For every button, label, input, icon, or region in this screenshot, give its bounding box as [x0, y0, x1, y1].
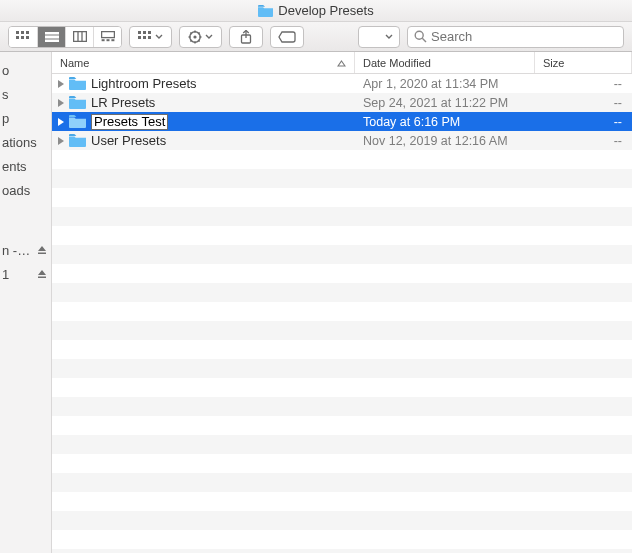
column-size[interactable]: Size — [535, 52, 632, 73]
empty-row — [52, 264, 632, 283]
file-name: User Presets — [91, 133, 166, 148]
svg-rect-17 — [143, 31, 146, 34]
file-list[interactable]: Lightroom PresetsApr 1, 2020 at 11:34 PM… — [52, 74, 632, 553]
empty-row — [52, 435, 632, 454]
eject-icon[interactable] — [37, 267, 47, 282]
svg-rect-2 — [26, 31, 29, 34]
empty-row — [52, 169, 632, 188]
svg-point-34 — [415, 31, 423, 39]
view-columns-button[interactable] — [65, 27, 93, 47]
sidebar-device[interactable]: n -… — [0, 238, 51, 262]
file-name: Lightroom Presets — [91, 76, 197, 91]
svg-rect-6 — [45, 32, 59, 34]
share-button[interactable] — [229, 26, 263, 48]
disclosure-triangle-icon[interactable] — [58, 118, 64, 126]
svg-rect-3 — [16, 36, 19, 39]
empty-row — [52, 511, 632, 530]
sidebar-item[interactable]: oads — [0, 178, 51, 202]
date-modified: Sep 24, 2021 at 11:22 PM — [355, 96, 535, 110]
search-field[interactable] — [407, 26, 624, 48]
empty-row — [52, 359, 632, 378]
svg-rect-18 — [148, 31, 151, 34]
disclosure-triangle-icon[interactable] — [58, 137, 64, 145]
sidebar-item[interactable]: s — [0, 82, 51, 106]
view-list-button[interactable] — [37, 27, 65, 47]
window-title: Develop Presets — [278, 3, 373, 18]
window-titlebar: Develop Presets — [0, 0, 632, 22]
column-date-modified[interactable]: Date Modified — [355, 52, 535, 73]
file-size: -- — [535, 134, 632, 148]
svg-rect-5 — [26, 36, 29, 39]
empty-row — [52, 454, 632, 473]
folder-icon — [69, 134, 86, 147]
svg-rect-19 — [138, 36, 141, 39]
file-size: -- — [535, 115, 632, 129]
folder-icon — [69, 96, 86, 109]
svg-rect-4 — [21, 36, 24, 39]
search-input[interactable] — [427, 29, 617, 44]
empty-row — [52, 378, 632, 397]
folder-icon — [258, 5, 273, 17]
disclosure-triangle-icon[interactable] — [58, 99, 64, 107]
svg-rect-20 — [143, 36, 146, 39]
empty-row — [52, 188, 632, 207]
sidebar-item[interactable]: p — [0, 106, 51, 130]
svg-point-23 — [193, 35, 196, 38]
svg-rect-12 — [101, 32, 114, 38]
folder-icon — [69, 115, 86, 128]
file-name: LR Presets — [91, 95, 155, 110]
sidebar-item[interactable]: ations — [0, 130, 51, 154]
svg-rect-0 — [16, 31, 19, 34]
sidebar: o s p ations ents oads n -… 1 — [0, 52, 52, 553]
empty-row — [52, 226, 632, 245]
group-by-button[interactable] — [129, 26, 172, 48]
eject-icon[interactable] — [37, 243, 47, 258]
column-name[interactable]: Name — [52, 52, 355, 73]
empty-row — [52, 302, 632, 321]
svg-line-35 — [422, 38, 426, 42]
empty-row — [52, 530, 632, 549]
svg-rect-21 — [148, 36, 151, 39]
empty-row — [52, 283, 632, 302]
file-size: -- — [535, 96, 632, 110]
toolbar — [0, 22, 632, 52]
svg-rect-1 — [21, 31, 24, 34]
svg-rect-14 — [106, 39, 109, 41]
svg-rect-16 — [138, 31, 141, 34]
path-dropdown[interactable] — [358, 26, 400, 48]
table-row[interactable]: LR PresetsSep 24, 2021 at 11:22 PM-- — [52, 93, 632, 112]
sidebar-item[interactable]: ents — [0, 154, 51, 178]
empty-row — [52, 150, 632, 169]
view-icons-button[interactable] — [9, 27, 37, 47]
file-size: -- — [535, 77, 632, 91]
view-mode-segment — [8, 26, 122, 48]
table-row[interactable]: Lightroom PresetsApr 1, 2020 at 11:34 PM… — [52, 74, 632, 93]
empty-row — [52, 416, 632, 435]
empty-row — [52, 245, 632, 264]
date-modified: Today at 6:16 PM — [355, 115, 535, 129]
svg-rect-13 — [101, 39, 104, 41]
empty-row — [52, 397, 632, 416]
disclosure-triangle-icon[interactable] — [58, 80, 64, 88]
rename-input[interactable]: Presets Test — [91, 114, 168, 130]
svg-rect-15 — [111, 39, 114, 41]
sidebar-item[interactable]: o — [0, 58, 51, 82]
sort-ascending-icon — [337, 57, 346, 69]
svg-rect-7 — [45, 36, 59, 38]
svg-rect-9 — [73, 32, 86, 42]
date-modified: Apr 1, 2020 at 11:34 PM — [355, 77, 535, 91]
empty-row — [52, 473, 632, 492]
action-menu-button[interactable] — [179, 26, 222, 48]
svg-rect-8 — [45, 40, 59, 42]
table-row[interactable]: Presets TestToday at 6:16 PM-- — [52, 112, 632, 131]
sidebar-device[interactable]: 1 — [0, 262, 51, 286]
empty-row — [52, 492, 632, 511]
search-icon — [414, 30, 427, 43]
folder-icon — [69, 77, 86, 90]
tags-button[interactable] — [270, 26, 304, 48]
column-header: Name Date Modified Size — [52, 52, 632, 74]
empty-row — [52, 549, 632, 553]
view-gallery-button[interactable] — [93, 27, 121, 47]
table-row[interactable]: User PresetsNov 12, 2019 at 12:16 AM-- — [52, 131, 632, 150]
date-modified: Nov 12, 2019 at 12:16 AM — [355, 134, 535, 148]
